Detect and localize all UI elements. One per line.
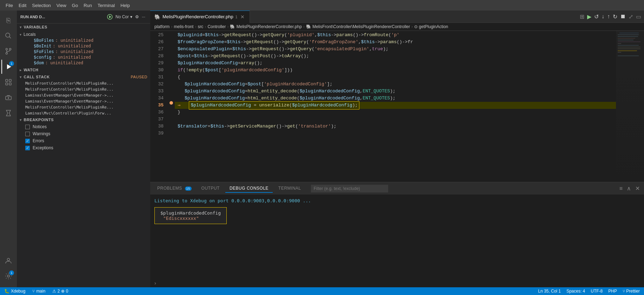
panel-icon[interactable]: ▭ xyxy=(636,13,641,20)
menu-terminal[interactable]: Terminal xyxy=(95,1,118,9)
continue-icon[interactable]: ▶ xyxy=(587,13,591,20)
code-editor[interactable]: 25 26 27 28 29 30 31 32 33 34 35 36 37 3… xyxy=(150,31,644,182)
tab-bar: 🐘 MelisPluginRendererController.php 1 ✕ … xyxy=(150,11,644,23)
svg-point-3 xyxy=(9,48,11,50)
call-stack-header[interactable]: ▾ CALL STACK Paused xyxy=(17,73,150,80)
filter-input[interactable] xyxy=(311,185,388,192)
console-line: Listening to Xdebug on port 0.0.0.0:9003… xyxy=(154,197,640,204)
call-stack-item[interactable]: MelisFront\Controller\MelisPluginRe... xyxy=(17,80,150,86)
step-out-icon[interactable]: ↑ xyxy=(607,13,610,20)
watch-header[interactable]: ▸ WATCH xyxy=(17,66,150,73)
status-position[interactable]: Ln 35, Col 1 xyxy=(537,289,562,294)
account-icon[interactable] xyxy=(1,254,15,268)
status-encoding[interactable]: UTF-8 xyxy=(589,289,604,294)
var-item[interactable]: $BoFiles : uninitialized xyxy=(22,38,150,43)
restart-icon[interactable]: ↻ xyxy=(613,13,617,20)
tab-output[interactable]: OUTPUT xyxy=(197,184,224,193)
php-file-icon: 🐘 xyxy=(154,14,160,20)
tab-terminal[interactable]: TERMINAL xyxy=(274,184,305,193)
status-branch[interactable]: ⑂ main xyxy=(31,289,47,294)
exceptions-checkbox[interactable]: ✓ xyxy=(25,146,30,150)
code-line-37 xyxy=(175,116,616,123)
call-stack-item[interactable]: MelisFront\Controller\MelisPluginRe... xyxy=(17,86,150,92)
bp-notices[interactable]: Notices xyxy=(17,123,150,130)
console-content[interactable]: Listening to Xdebug on port 0.0.0.0:9003… xyxy=(150,195,644,279)
menu-selection[interactable]: Selection xyxy=(29,1,53,9)
notices-checkbox[interactable] xyxy=(25,125,30,129)
status-spaces[interactable]: Spaces: 4 xyxy=(565,289,586,294)
step-into-icon[interactable]: ↓ xyxy=(602,13,604,20)
call-stack-item[interactable]: Laminas\EventManager\EventManager->... xyxy=(17,92,150,98)
call-stack-item[interactable]: Laminas\Mvc\Controller\Plugin\Forw... xyxy=(17,110,150,116)
panel-maximize-button[interactable]: ∧ xyxy=(625,184,632,192)
tab-number: 1 xyxy=(235,15,238,19)
tab-label: MelisPluginRendererController.php xyxy=(162,14,233,19)
breakpoints-section: ▾ BREAKPOINTS Notices Warnings ✓ Errors … xyxy=(17,116,150,151)
call-stack-item[interactable]: MelisFront\Controller\MelisPluginRe... xyxy=(17,104,150,110)
code-content[interactable]: $pluginid = $this->getRequest()->getQuer… xyxy=(175,31,616,182)
more-button[interactable]: ··· xyxy=(140,14,147,20)
svg-rect-7 xyxy=(6,79,8,81)
step-over-icon[interactable]: ↺ xyxy=(594,13,599,20)
tab-problems[interactable]: PROBLEMS 15 xyxy=(153,184,196,193)
svg-point-12 xyxy=(8,97,9,99)
svg-point-0 xyxy=(6,33,10,37)
menu-view[interactable]: View xyxy=(54,1,69,9)
source-control-icon[interactable] xyxy=(1,44,15,58)
expand-icon[interactable]: ⤢ xyxy=(629,13,633,20)
status-bar: 🐛 Xdebug ⑂ main ⚠ 2 ⊗ 0 Ln 35, Col 1 Spa… xyxy=(0,287,644,295)
search-icon[interactable] xyxy=(1,29,15,43)
variables-header[interactable]: ▾ VARIABLES xyxy=(17,24,150,31)
menu-bar: File Edit Selection View Go Run Terminal… xyxy=(0,0,644,11)
extensions-icon[interactable] xyxy=(1,75,15,89)
menu-help[interactable]: Help xyxy=(118,1,133,9)
svg-rect-24 xyxy=(618,45,639,46)
settings-icon[interactable]: 1 xyxy=(1,269,15,283)
menu-go[interactable]: Go xyxy=(69,1,81,9)
code-line-31: { xyxy=(175,74,616,81)
var-item[interactable]: $dom : uninitialized xyxy=(22,60,150,66)
code-line-32: $pluginHardcodedConfig = $post['pluginHa… xyxy=(175,81,616,88)
play-button[interactable] xyxy=(106,13,114,20)
svg-rect-10 xyxy=(9,83,11,85)
status-language[interactable]: PHP xyxy=(607,289,618,294)
panel-close-button[interactable]: ✕ xyxy=(634,184,641,192)
bp-errors[interactable]: ✓ Errors xyxy=(17,137,150,144)
svg-rect-18 xyxy=(618,34,639,35)
panel-list-view-button[interactable]: ≡ xyxy=(618,184,624,192)
test-icon[interactable] xyxy=(1,106,15,120)
status-warnings[interactable]: ⚠ 2 ⊗ 0 xyxy=(51,289,69,294)
menu-file[interactable]: File xyxy=(3,1,16,9)
variables-content: ▾ Locals $BoFiles : uninitialized $BoIni… xyxy=(17,31,150,66)
var-item[interactable]: $BoInit : uninitialized xyxy=(22,43,150,49)
active-tab[interactable]: 🐘 MelisPluginRendererController.php 1 ✕ xyxy=(150,11,250,23)
call-stack-item[interactable]: Laminas\EventManager\EventManager->... xyxy=(17,98,150,104)
stop-icon[interactable]: ⏹ xyxy=(620,13,626,20)
locals-group: $BoFiles : uninitialized $BoInit : unini… xyxy=(17,38,150,66)
watch-section: ▸ WATCH xyxy=(17,66,150,73)
locals-header[interactable]: ▾ Locals xyxy=(17,31,150,38)
config-dropdown[interactable]: No Cor ▾ xyxy=(114,14,134,20)
line-numbers: 25 26 27 28 29 30 31 32 33 34 35 36 37 3… xyxy=(150,31,168,182)
bp-exceptions[interactable]: ✓ Exceptions xyxy=(17,144,150,151)
warnings-checkbox[interactable] xyxy=(25,132,30,136)
var-item[interactable]: $FoFiles : uninitialized xyxy=(22,49,150,54)
status-debug[interactable]: 🐛 Xdebug xyxy=(3,289,27,294)
breakpoints-header[interactable]: ▾ BREAKPOINTS xyxy=(17,116,150,123)
gear-button[interactable]: ⚙ xyxy=(134,14,140,20)
menu-edit[interactable]: Edit xyxy=(16,1,29,9)
errors-checkbox[interactable]: ✓ xyxy=(25,139,30,143)
explorer-icon[interactable]: ⎘ xyxy=(1,13,15,27)
tab-debug-console[interactable]: DEBUG CONSOLE xyxy=(225,184,273,193)
debug-hover-var: $pluginHardcodedConfig xyxy=(160,210,221,216)
status-prettier[interactable]: ⑂ Prettier xyxy=(621,289,641,294)
terminal-prompt[interactable]: › xyxy=(150,279,644,287)
tab-close-button[interactable]: ✕ xyxy=(240,14,245,20)
remote-icon[interactable] xyxy=(1,91,15,105)
run-debug-icon[interactable]: 1 xyxy=(1,60,15,74)
menu-run[interactable]: Run xyxy=(81,1,95,9)
var-item[interactable]: $config : uninitialized xyxy=(22,54,150,60)
split-editor-icon[interactable]: ⊞ xyxy=(580,13,584,20)
run-debug-title: RUN AND D... xyxy=(20,15,103,19)
bp-warnings[interactable]: Warnings xyxy=(17,130,150,137)
